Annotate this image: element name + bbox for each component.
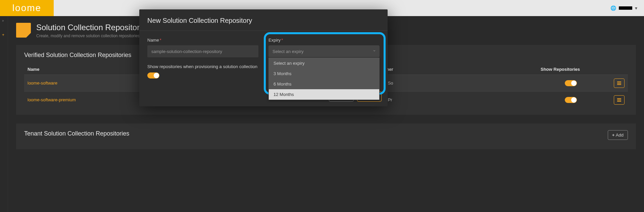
expiry-option-12m[interactable]: 12 Months	[269, 89, 379, 100]
name-label-text: Name	[147, 38, 159, 43]
user-caret-icon[interactable]: ▾	[635, 5, 637, 11]
list-icon	[617, 98, 621, 102]
logo[interactable]: loome	[0, 0, 54, 16]
name-input[interactable]	[147, 45, 258, 57]
repo-publisher: Loome Pr	[370, 92, 537, 108]
modal-header: New Solution Collection Repository	[139, 9, 388, 31]
repo-link[interactable]: loome-software-premium	[28, 97, 76, 102]
show-repos-row: Show repositories when provisioning a so…	[147, 64, 258, 78]
required-asterisk: *	[160, 38, 161, 43]
page-subtitle: Create, modify and remove solution colle…	[36, 34, 150, 38]
required-asterisk: *	[281, 38, 283, 43]
modal-body: Name* Show repositories when provisionin…	[139, 31, 388, 87]
row-menu-button[interactable]	[614, 95, 625, 105]
page-title: Solution Collection Repositories	[36, 23, 150, 32]
repo-publisher: Loome So	[370, 75, 537, 92]
left-rail: » +	[0, 16, 8, 212]
expiry-dropdown: Select an expiry 3 Months 6 Months 12 Mo…	[268, 58, 380, 100]
add-button[interactable]: Add	[608, 130, 628, 140]
tenant-panel-title: Tenant Solution Collection Repositories	[24, 130, 628, 137]
show-toggle[interactable]	[565, 97, 577, 103]
row-menu-button[interactable]	[614, 78, 625, 88]
modal-title: New Solution Collection Repository	[147, 17, 380, 24]
expiry-option-6m[interactable]: 6 Months	[269, 79, 379, 89]
globe-icon[interactable]: 🌐	[610, 5, 616, 11]
add-sidebar-icon[interactable]: +	[0, 30, 8, 40]
logo-text: loome	[12, 3, 41, 13]
expiry-select-value: Select an expiry	[273, 49, 304, 54]
expiry-label-text: Expiry	[268, 38, 281, 43]
show-repos-toggle[interactable]	[147, 72, 159, 78]
expiry-field-col: Expiry* Select an expiry Select an expir…	[268, 38, 380, 78]
user-chip[interactable]	[619, 6, 632, 10]
new-repo-modal: New Solution Collection Repository Name*…	[139, 9, 388, 106]
show-repos-label: Show repositories when provisioning a so…	[147, 64, 258, 69]
page-icon	[16, 23, 31, 38]
expiry-option-placeholder[interactable]: Select an expiry	[269, 58, 379, 68]
expand-sidebar-icon[interactable]: »	[0, 16, 8, 25]
repo-link[interactable]: loome-software	[28, 81, 57, 86]
list-icon	[617, 82, 621, 85]
expiry-label: Expiry*	[268, 38, 380, 43]
show-toggle[interactable]	[565, 80, 577, 86]
col-show: Show Repositories	[537, 64, 604, 75]
name-field-col: Name* Show repositories when provisionin…	[147, 38, 258, 78]
name-label: Name*	[147, 38, 258, 43]
tenant-panel: Add Tenant Solution Collection Repositor…	[16, 123, 636, 149]
page-title-block: Solution Collection Repositories Create,…	[36, 23, 150, 38]
expiry-select[interactable]: Select an expiry	[268, 45, 380, 57]
header-right: 🌐 ▾	[610, 0, 644, 16]
col-actions	[604, 64, 628, 75]
col-publisher: Publisher	[370, 64, 537, 75]
expiry-option-3m[interactable]: 3 Months	[269, 68, 379, 79]
